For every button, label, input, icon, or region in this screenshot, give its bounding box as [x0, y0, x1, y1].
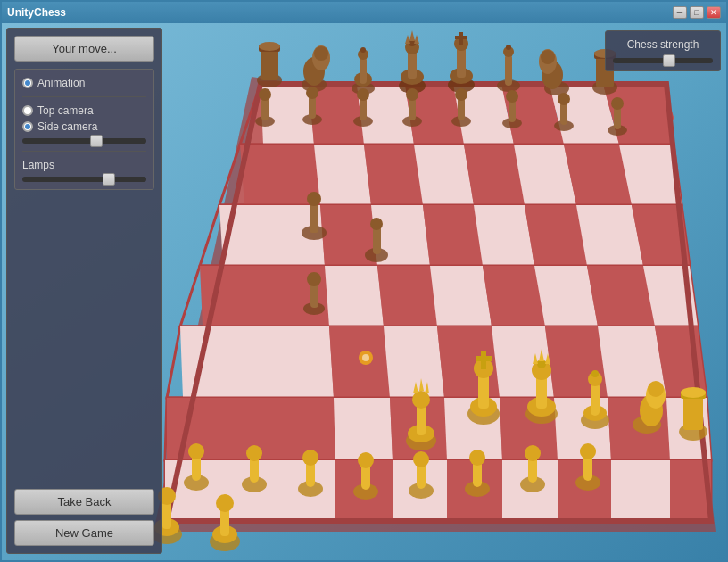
action-buttons: Take Back New Game — [14, 489, 154, 546]
svg-rect-99 — [457, 46, 466, 78]
svg-marker-46 — [587, 266, 655, 326]
svg-point-88 — [360, 47, 366, 53]
lamps-slider-thumb[interactable] — [103, 173, 115, 186]
svg-point-207 — [362, 354, 369, 361]
svg-point-79 — [259, 42, 280, 51]
svg-point-83 — [314, 46, 328, 61]
divider-1 — [22, 96, 146, 97]
side-camera-label: Side camera — [37, 120, 97, 133]
svg-rect-102 — [455, 36, 467, 39]
svg-point-198 — [580, 443, 596, 459]
divider-2 — [22, 151, 146, 152]
svg-marker-43 — [430, 266, 492, 326]
svg-point-117 — [259, 88, 271, 101]
svg-marker-24 — [364, 145, 423, 205]
svg-point-147 — [307, 272, 321, 286]
svg-point-177 — [188, 443, 204, 459]
camera-slider-track — [22, 138, 146, 144]
svg-marker-45 — [534, 266, 598, 326]
svg-point-106 — [506, 45, 511, 50]
minimize-button[interactable]: ─ — [673, 6, 687, 19]
svg-rect-140 — [310, 202, 318, 233]
svg-marker-44 — [483, 266, 545, 326]
strength-slider-thumb[interactable] — [663, 54, 675, 67]
svg-point-132 — [506, 90, 518, 103]
animation-radio[interactable] — [22, 78, 33, 88]
svg-point-135 — [558, 93, 570, 105]
svg-rect-77 — [261, 49, 278, 80]
new-game-button[interactable]: New Game — [14, 520, 154, 546]
svg-marker-25 — [414, 145, 474, 205]
dark-rook-1 — [257, 42, 282, 87]
svg-point-110 — [541, 50, 555, 64]
svg-point-144 — [370, 218, 383, 230]
close-button[interactable]: ✕ — [707, 6, 721, 19]
side-camera-radio[interactable] — [22, 121, 33, 132]
animation-label: Animation — [37, 77, 85, 89]
app-window: UnityChess ─ □ ✕ — [0, 0, 728, 562]
svg-point-141 — [307, 192, 321, 206]
svg-point-174 — [681, 387, 706, 398]
svg-point-183 — [302, 450, 318, 466]
window-title: UnityChess — [7, 6, 66, 19]
svg-rect-172 — [683, 396, 703, 430]
svg-point-192 — [469, 450, 485, 466]
svg-point-120 — [306, 87, 318, 99]
svg-marker-50 — [329, 326, 390, 398]
strength-panel: Chess strength — [605, 30, 721, 71]
svg-marker-42 — [377, 266, 437, 326]
lamps-section: Lamps — [22, 159, 146, 182]
svg-marker-35 — [474, 205, 534, 266]
lamps-label: Lamps — [22, 159, 146, 171]
svg-point-123 — [357, 88, 369, 101]
strength-label: Chess strength — [613, 38, 713, 51]
side-camera-option[interactable]: Side camera — [22, 120, 146, 133]
camera-slider-thumb[interactable] — [90, 135, 103, 147]
svg-marker-34 — [423, 205, 483, 266]
svg-point-138 — [611, 97, 624, 110]
svg-point-215 — [216, 494, 234, 512]
svg-marker-36 — [525, 205, 587, 266]
svg-point-195 — [525, 445, 541, 461]
svg-marker-37 — [576, 205, 643, 266]
maximize-button[interactable]: □ — [690, 6, 704, 19]
svg-marker-26 — [464, 145, 525, 205]
your-move-button[interactable]: Your move... — [14, 36, 154, 62]
main-content: Your move... Animation Top camera — [2, 23, 728, 562]
camera-section: Top camera Side camera — [22, 104, 146, 144]
svg-marker-59 — [334, 398, 393, 460]
svg-rect-86 — [360, 57, 367, 84]
left-panel: Your move... Animation Top camera — [6, 28, 162, 554]
window-controls: ─ □ ✕ — [673, 6, 721, 19]
svg-rect-153 — [476, 356, 492, 361]
svg-point-186 — [358, 452, 374, 468]
svg-point-166 — [592, 370, 599, 377]
top-camera-radio[interactable] — [22, 105, 33, 116]
svg-point-126 — [406, 88, 418, 101]
svg-point-170 — [648, 381, 664, 397]
options-panel: Animation Top camera Side camera — [14, 69, 154, 190]
svg-marker-23 — [314, 145, 371, 205]
animation-option[interactable]: Animation — [22, 77, 146, 89]
svg-rect-164 — [591, 382, 600, 416]
top-camera-option[interactable]: Top camera — [22, 104, 146, 117]
svg-point-180 — [246, 445, 262, 461]
top-camera-label: Top camera — [37, 104, 94, 117]
svg-marker-51 — [384, 326, 444, 398]
take-back-button[interactable]: Take Back — [14, 489, 154, 515]
svg-marker-73 — [611, 460, 670, 521]
svg-point-189 — [413, 451, 429, 467]
title-bar: UnityChess ─ □ ✕ — [2, 2, 726, 23]
svg-point-129 — [455, 88, 467, 101]
strength-slider-track — [613, 58, 713, 63]
lamps-slider-track — [22, 177, 146, 182]
svg-marker-41 — [325, 266, 384, 326]
svg-rect-104 — [505, 54, 512, 86]
